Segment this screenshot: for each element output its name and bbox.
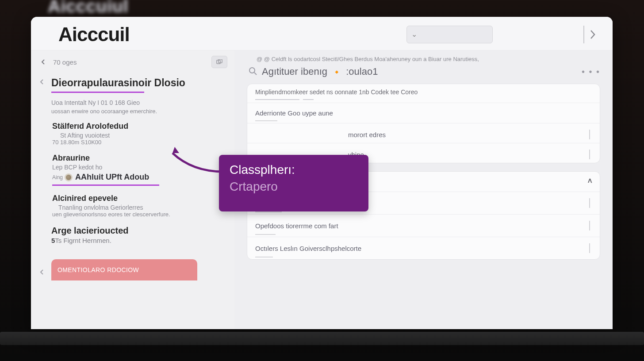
underline bbox=[255, 234, 276, 235]
tooltip-title: Classplherı: bbox=[230, 163, 358, 177]
svg-point-2 bbox=[249, 68, 255, 73]
divider-icon bbox=[589, 130, 590, 139]
abr-prefix: Aing bbox=[52, 174, 63, 180]
divider-icon bbox=[589, 221, 590, 230]
block-stalfend-sub2: 70 18.80m S10K00 bbox=[52, 139, 227, 146]
card-2-row-2[interactable]: Opefdoos tiorerrme com fart bbox=[247, 214, 600, 234]
underline bbox=[255, 120, 277, 121]
svg-line-3 bbox=[254, 73, 257, 75]
divider-icon bbox=[589, 198, 590, 208]
main-search-input[interactable]: Agıtituer ibenıg 🔸 :oulao1 bbox=[262, 66, 378, 77]
panel-header-action[interactable] bbox=[211, 56, 227, 68]
more-menu-button[interactable]: • • • bbox=[582, 67, 600, 77]
block-stalfend-sub1: St Afting vuoiotest bbox=[52, 132, 227, 139]
chevron-right-icon bbox=[589, 29, 597, 40]
section-meta-1: Uoa Intentalt Ny I 01 0 168 Gieo bbox=[51, 99, 227, 106]
chevron-left-icon bbox=[39, 269, 45, 275]
search-inline-icon: 🔸 bbox=[332, 67, 341, 77]
avatar-icon bbox=[65, 173, 73, 181]
arge-rest: Ts Figrnt Hernmen. bbox=[55, 237, 111, 244]
row-text: Octılers Leslın Goiversclhpshelcorte bbox=[255, 245, 361, 252]
section-back-button[interactable] bbox=[37, 77, 47, 87]
context-line: @ @ Celdft ls oodartcosl Stecitl/Ghes Be… bbox=[257, 56, 600, 62]
underline bbox=[255, 257, 273, 257]
back-button[interactable] bbox=[38, 57, 49, 67]
card-1-header[interactable]: Minpliendrnomkeer sedet ns oonnate 1nb C… bbox=[247, 84, 600, 98]
tooltip-callout: Classplherı: Crtapero bbox=[219, 155, 368, 211]
row-text: Opefdoos tiorerrme com fart bbox=[255, 222, 338, 230]
search-icon bbox=[249, 67, 258, 77]
block-stalfend-title: Stälferıd Arolofedud bbox=[52, 122, 227, 131]
titlebar: Aicccuil ⌄ bbox=[31, 17, 613, 50]
search-caret-icon: ⌄ bbox=[411, 30, 417, 38]
nav-forward-button[interactable] bbox=[583, 26, 601, 43]
abr-underline bbox=[52, 184, 159, 186]
underline bbox=[255, 211, 282, 212]
chevron-left-icon bbox=[40, 59, 46, 65]
svg-marker-4 bbox=[172, 147, 179, 153]
titlebar-search-input[interactable]: ⌄ bbox=[406, 26, 493, 43]
background-app-title: Aicccuiul bbox=[48, 0, 128, 16]
card-2-row-3[interactable]: Octılers Leslın Goiversclhpshelcorte bbox=[247, 237, 600, 257]
copy-icon bbox=[216, 59, 223, 65]
card-1-row-1[interactable]: Aderrionte Goo uype aune bbox=[247, 103, 600, 120]
app-window: Aicccuil ⌄ 70 oges Dieorrapul bbox=[31, 17, 613, 329]
card-1-header-text: Minpliendrnomkeer sedet ns oonnate 1nb C… bbox=[255, 88, 418, 96]
underline bbox=[303, 99, 314, 100]
section-title-underline bbox=[51, 92, 144, 93]
collapse-caret-icon[interactable]: ᴧ bbox=[588, 176, 592, 184]
app-title: Aicccuil bbox=[58, 23, 130, 46]
section-title: Dieorrapulaurasinoir Dlosio bbox=[51, 77, 227, 89]
row-text: morort edres bbox=[348, 131, 386, 138]
tooltip-arrow-icon bbox=[166, 145, 228, 176]
at-badge-icon: @ bbox=[257, 56, 262, 62]
divider-icon bbox=[589, 150, 590, 159]
arge-title: Arge lacierioucted bbox=[51, 226, 227, 236]
desk-edge bbox=[0, 332, 644, 345]
result-card-1: Minpliendrnomkeer sedet ns oonnate 1nb C… bbox=[247, 84, 600, 163]
arge-subtitle: 5Ts Figrnt Hernmen. bbox=[51, 237, 227, 244]
section-back-button-2[interactable] bbox=[37, 267, 47, 277]
divider-icon bbox=[589, 243, 590, 253]
left-panel: 70 oges Dieorrapulaurasinoir Dlosio Uoa … bbox=[31, 50, 234, 329]
cta-button[interactable]: OMENTIOLARO RDOCIOW bbox=[51, 259, 197, 280]
block-alcinired-title: Alcinired epevele bbox=[52, 194, 227, 203]
abr-line-text: AAhluit UPft Adoub bbox=[75, 173, 149, 182]
block-alcinired-sub1: Tnanling onvlolma Geriorlerres bbox=[52, 204, 227, 211]
cta-label: OMENTIOLARO RDOCIOW bbox=[58, 266, 139, 273]
row-text: Aderrionte Goo uype aune bbox=[255, 109, 333, 117]
search-text-post: :oulao1 bbox=[343, 66, 378, 77]
underline bbox=[255, 99, 299, 100]
breadcrumb-count: 70 oges bbox=[53, 58, 77, 66]
context-text: @ Celdft ls oodartcosl Stecitl/Ghes Berd… bbox=[264, 56, 479, 62]
block-alcinired-sub2: uen glieverionorlsnso eores ter clescerv… bbox=[52, 211, 227, 218]
card-1-row-2[interactable]: morort edres bbox=[247, 123, 600, 143]
section-meta-2: uossan enwire ono ocoraange emerchire. bbox=[51, 108, 227, 115]
main-search-row: Agıtituer ibenıg 🔸 :oulao1 • • • bbox=[247, 66, 600, 77]
chevron-left-icon bbox=[39, 79, 45, 84]
search-text-pre: Agıtituer ibenıg bbox=[262, 66, 330, 77]
tooltip-subtitle: Crtapero bbox=[230, 180, 358, 194]
